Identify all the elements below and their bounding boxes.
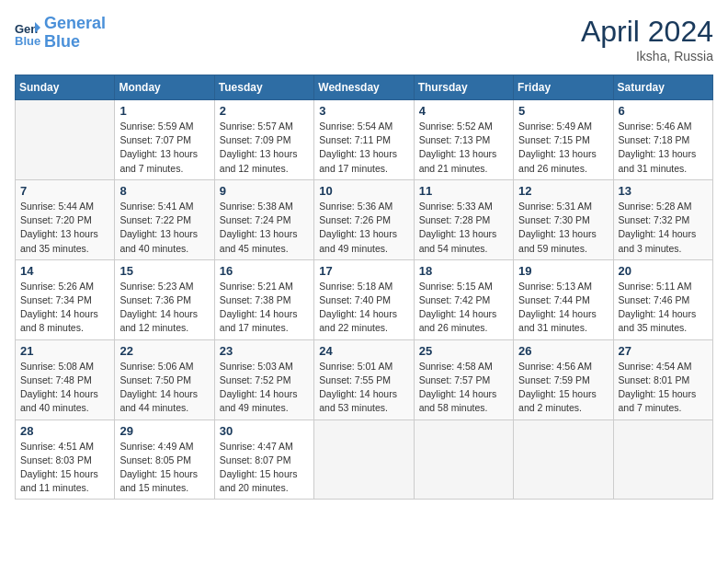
day-info: Sunrise: 4:56 AM Sunset: 7:59 PM Dayligh…: [518, 360, 608, 416]
calendar-body: 1Sunrise: 5:59 AM Sunset: 7:07 PM Daylig…: [16, 100, 713, 500]
day-number: 20: [619, 264, 708, 278]
day-info: Sunrise: 5:18 AM Sunset: 7:40 PM Dayligh…: [319, 280, 408, 336]
day-info: Sunrise: 4:47 AM Sunset: 8:07 PM Dayligh…: [220, 440, 309, 496]
week-row-2: 7Sunrise: 5:44 AM Sunset: 7:20 PM Daylig…: [16, 179, 713, 259]
week-row-5: 28Sunrise: 4:51 AM Sunset: 8:03 PM Dayli…: [16, 419, 713, 500]
week-row-4: 21Sunrise: 5:08 AM Sunset: 7:48 PM Dayli…: [16, 339, 713, 419]
day-number: 28: [20, 424, 109, 438]
day-info: Sunrise: 5:57 AM Sunset: 7:09 PM Dayligh…: [220, 120, 309, 176]
day-number: 24: [319, 344, 408, 358]
calendar-cell: 18Sunrise: 5:15 AM Sunset: 7:42 PM Dayli…: [414, 259, 513, 339]
calendar-cell: 5Sunrise: 5:49 AM Sunset: 7:15 PM Daylig…: [514, 100, 613, 180]
day-info: Sunrise: 5:21 AM Sunset: 7:38 PM Dayligh…: [220, 280, 309, 336]
calendar-cell: 10Sunrise: 5:36 AM Sunset: 7:26 PM Dayli…: [314, 179, 414, 259]
calendar-cell: 24Sunrise: 5:01 AM Sunset: 7:55 PM Dayli…: [314, 339, 414, 419]
day-number: 16: [220, 264, 309, 278]
day-info: Sunrise: 4:54 AM Sunset: 8:01 PM Dayligh…: [619, 360, 708, 416]
col-header-monday: Monday: [115, 75, 214, 100]
week-row-1: 1Sunrise: 5:59 AM Sunset: 7:07 PM Daylig…: [16, 100, 713, 180]
calendar-cell: [414, 419, 513, 500]
calendar-cell: 1Sunrise: 5:59 AM Sunset: 7:07 PM Daylig…: [115, 100, 214, 180]
day-info: Sunrise: 5:01 AM Sunset: 7:55 PM Dayligh…: [319, 360, 408, 416]
week-row-3: 14Sunrise: 5:26 AM Sunset: 7:34 PM Dayli…: [16, 259, 713, 339]
col-header-sunday: Sunday: [16, 75, 115, 100]
logo-text: GeneralBlue: [44, 15, 106, 52]
day-info: Sunrise: 5:38 AM Sunset: 7:24 PM Dayligh…: [220, 200, 309, 256]
calendar-cell: 23Sunrise: 5:03 AM Sunset: 7:52 PM Dayli…: [214, 339, 313, 419]
day-number: 27: [619, 344, 708, 358]
col-header-saturday: Saturday: [613, 75, 712, 100]
title-block: April 2024 Iksha, Russia: [581, 15, 713, 63]
day-info: Sunrise: 5:49 AM Sunset: 7:15 PM Dayligh…: [518, 120, 608, 176]
calendar-cell: 30Sunrise: 4:47 AM Sunset: 8:07 PM Dayli…: [214, 419, 313, 500]
calendar-cell: 9Sunrise: 5:38 AM Sunset: 7:24 PM Daylig…: [214, 179, 313, 259]
day-number: 23: [220, 344, 309, 358]
calendar-cell: 26Sunrise: 4:56 AM Sunset: 7:59 PM Dayli…: [514, 339, 613, 419]
calendar-cell: 15Sunrise: 5:23 AM Sunset: 7:36 PM Dayli…: [115, 259, 214, 339]
day-number: 19: [518, 264, 608, 278]
day-info: Sunrise: 5:26 AM Sunset: 7:34 PM Dayligh…: [20, 280, 109, 336]
day-number: 11: [419, 184, 508, 198]
calendar-cell: 3Sunrise: 5:54 AM Sunset: 7:11 PM Daylig…: [314, 100, 414, 180]
calendar-cell: 28Sunrise: 4:51 AM Sunset: 8:03 PM Dayli…: [16, 419, 115, 500]
day-number: 5: [518, 104, 608, 118]
day-number: 15: [119, 264, 209, 278]
day-number: 8: [119, 184, 209, 198]
logo: Gen Blue GeneralBlue: [15, 15, 106, 52]
page-header: Gen Blue GeneralBlue April 2024 Iksha, R…: [15, 15, 713, 63]
day-info: Sunrise: 5:46 AM Sunset: 7:18 PM Dayligh…: [619, 120, 708, 176]
calendar-cell: 6Sunrise: 5:46 AM Sunset: 7:18 PM Daylig…: [613, 100, 712, 180]
calendar-cell: 8Sunrise: 5:41 AM Sunset: 7:22 PM Daylig…: [115, 179, 214, 259]
day-number: 3: [319, 104, 408, 118]
day-number: 7: [20, 184, 109, 198]
day-info: Sunrise: 5:52 AM Sunset: 7:13 PM Dayligh…: [419, 120, 508, 176]
calendar-cell: [16, 100, 115, 180]
day-number: 14: [20, 264, 109, 278]
day-info: Sunrise: 5:59 AM Sunset: 7:07 PM Dayligh…: [119, 120, 209, 176]
day-number: 21: [20, 344, 109, 358]
calendar-cell: 22Sunrise: 5:06 AM Sunset: 7:50 PM Dayli…: [115, 339, 214, 419]
day-info: Sunrise: 5:23 AM Sunset: 7:36 PM Dayligh…: [119, 280, 209, 336]
day-number: 18: [419, 264, 508, 278]
calendar-cell: 21Sunrise: 5:08 AM Sunset: 7:48 PM Dayli…: [16, 339, 115, 419]
column-headers: SundayMondayTuesdayWednesdayThursdayFrid…: [16, 75, 713, 100]
calendar-cell: 4Sunrise: 5:52 AM Sunset: 7:13 PM Daylig…: [414, 100, 513, 180]
day-number: 17: [319, 264, 408, 278]
calendar-cell: [314, 419, 414, 500]
day-number: 26: [518, 344, 608, 358]
month-title: April 2024: [581, 15, 713, 49]
day-number: 6: [619, 104, 708, 118]
calendar-cell: 29Sunrise: 4:49 AM Sunset: 8:05 PM Dayli…: [115, 419, 214, 500]
day-info: Sunrise: 5:13 AM Sunset: 7:44 PM Dayligh…: [518, 280, 608, 336]
day-number: 4: [419, 104, 508, 118]
col-header-thursday: Thursday: [414, 75, 513, 100]
day-number: 2: [220, 104, 309, 118]
day-info: Sunrise: 5:31 AM Sunset: 7:30 PM Dayligh…: [518, 200, 608, 256]
calendar-cell: 17Sunrise: 5:18 AM Sunset: 7:40 PM Dayli…: [314, 259, 414, 339]
day-info: Sunrise: 5:28 AM Sunset: 7:32 PM Dayligh…: [619, 200, 708, 256]
day-info: Sunrise: 5:36 AM Sunset: 7:26 PM Dayligh…: [319, 200, 408, 256]
calendar-table: SundayMondayTuesdayWednesdayThursdayFrid…: [15, 75, 713, 500]
calendar-cell: 12Sunrise: 5:31 AM Sunset: 7:30 PM Dayli…: [514, 179, 613, 259]
calendar-cell: 27Sunrise: 4:54 AM Sunset: 8:01 PM Dayli…: [613, 339, 712, 419]
col-header-tuesday: Tuesday: [214, 75, 313, 100]
calendar-cell: 19Sunrise: 5:13 AM Sunset: 7:44 PM Dayli…: [514, 259, 613, 339]
day-info: Sunrise: 5:11 AM Sunset: 7:46 PM Dayligh…: [619, 280, 708, 336]
svg-text:Blue: Blue: [15, 34, 40, 46]
day-number: 9: [220, 184, 309, 198]
day-info: Sunrise: 5:44 AM Sunset: 7:20 PM Dayligh…: [20, 200, 109, 256]
calendar-cell: 11Sunrise: 5:33 AM Sunset: 7:28 PM Dayli…: [414, 179, 513, 259]
day-number: 30: [220, 424, 309, 438]
calendar-cell: 25Sunrise: 4:58 AM Sunset: 7:57 PM Dayli…: [414, 339, 513, 419]
day-info: Sunrise: 5:15 AM Sunset: 7:42 PM Dayligh…: [419, 280, 508, 336]
day-number: 29: [119, 424, 209, 438]
day-info: Sunrise: 5:41 AM Sunset: 7:22 PM Dayligh…: [119, 200, 209, 256]
calendar-cell: 14Sunrise: 5:26 AM Sunset: 7:34 PM Dayli…: [16, 259, 115, 339]
day-info: Sunrise: 4:58 AM Sunset: 7:57 PM Dayligh…: [419, 360, 508, 416]
day-info: Sunrise: 4:49 AM Sunset: 8:05 PM Dayligh…: [119, 440, 209, 496]
day-number: 12: [518, 184, 608, 198]
calendar-cell: 7Sunrise: 5:44 AM Sunset: 7:20 PM Daylig…: [16, 179, 115, 259]
day-info: Sunrise: 5:08 AM Sunset: 7:48 PM Dayligh…: [20, 360, 109, 416]
day-number: 25: [419, 344, 508, 358]
day-info: Sunrise: 5:03 AM Sunset: 7:52 PM Dayligh…: [220, 360, 309, 416]
